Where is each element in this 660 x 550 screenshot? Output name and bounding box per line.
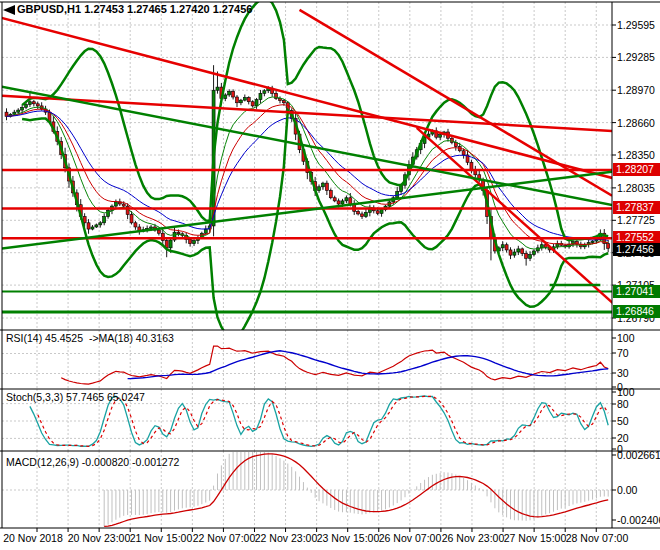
time-tick: 26 Nov 23:00 <box>442 532 504 544</box>
candle-body <box>357 211 360 214</box>
candle-body <box>177 232 180 234</box>
candle-body <box>17 110 20 112</box>
candle-body <box>99 223 102 225</box>
candle-body <box>532 251 535 255</box>
cursor-arrow-icon <box>3 5 15 15</box>
rsi-axis-tick: 30 <box>617 367 629 379</box>
price-tick: 1.28660 <box>617 117 655 129</box>
current-price-badge: 1.27456 <box>613 243 660 256</box>
candle-body <box>21 107 24 110</box>
candle-body <box>525 254 528 259</box>
stoch-axis-tick: 100 <box>617 386 635 398</box>
candle-body <box>470 162 473 169</box>
candle-body <box>251 102 254 106</box>
candle-body <box>341 201 344 204</box>
price-tick: 1.29285 <box>617 51 655 63</box>
candle-body <box>232 91 235 97</box>
candle-body <box>462 151 465 155</box>
candle-body <box>150 227 153 228</box>
candle-body <box>513 252 516 255</box>
time-tick: 22 Nov 07:00 <box>193 532 255 544</box>
candle-body <box>529 255 532 259</box>
price-tick: 1.29595 <box>617 19 655 31</box>
stoch-axis-tick: 50 <box>617 415 629 427</box>
candle-body <box>505 245 508 250</box>
candle-body <box>321 183 324 187</box>
candle-body <box>204 229 207 233</box>
rsi-value-label: RSI(14) 45.4525 <box>6 332 83 344</box>
candle-body <box>361 214 364 217</box>
stoch-label: Stoch(5,3,3) 57.7465 65.0247 <box>6 391 145 403</box>
time-tick: 26 Nov 07:00 <box>379 532 441 544</box>
candle-body <box>91 227 94 229</box>
candle-body <box>439 135 442 138</box>
price-tick: 1.27725 <box>617 214 655 226</box>
candle-body <box>224 95 227 99</box>
candle-body <box>517 249 520 252</box>
candle-body <box>380 210 383 214</box>
candle-body <box>278 99 281 101</box>
candle-body <box>95 225 98 227</box>
time-tick: 22 Nov 23:00 <box>255 532 317 544</box>
macd-axis-tick: 0.00 <box>617 484 637 496</box>
candle-body <box>216 87 219 90</box>
candle-body <box>318 187 321 191</box>
candle-body <box>32 102 35 104</box>
candle-body <box>364 212 367 216</box>
rsi-label: RSI(14) 45.4525 ->MA(18) 40.3163 <box>6 332 174 344</box>
time-tick: 21 Nov 15:00 <box>130 532 192 544</box>
candle-body <box>114 202 117 206</box>
candle-body <box>189 240 192 244</box>
resistance-badge: 1.27837 <box>613 201 660 214</box>
candle-body <box>333 198 336 201</box>
candle-body <box>243 98 246 101</box>
candle-body <box>591 241 594 243</box>
macd-label: MACD(12,26,9) -0.000820 -0.001272 <box>6 456 179 468</box>
chart-title: GBPUSD,H1 1.27453 1.27465 1.27420 1.2745… <box>17 3 252 15</box>
candle-body <box>282 101 285 103</box>
candle-body <box>247 98 250 102</box>
candle-body <box>501 245 504 248</box>
price-tick: 1.28970 <box>617 84 655 96</box>
candle-body <box>28 102 31 105</box>
candle-body <box>509 250 512 255</box>
macd-axis-tick: 0.002661 <box>617 449 660 461</box>
rsi-axis-tick: 70 <box>617 347 629 359</box>
candle-body <box>521 249 524 254</box>
time-tick: 27 Nov 15:00 <box>504 532 566 544</box>
candle-body <box>607 244 610 249</box>
rsi-axis-tick: 100 <box>617 332 635 344</box>
candle-body <box>134 223 137 227</box>
candle-body <box>157 230 160 233</box>
time-tick: 20 Nov 23:00 <box>68 532 130 544</box>
candle-body <box>236 97 239 103</box>
time-tick: 20 Nov 2018 <box>3 532 63 544</box>
candle-body <box>103 217 106 223</box>
candle-body <box>169 240 172 248</box>
candle-body <box>122 204 125 206</box>
time-tick: 23 Nov 15:00 <box>317 532 379 544</box>
price-tick: 1.28350 <box>617 149 655 161</box>
support-badge: 1.27041 <box>613 285 660 298</box>
candle-body <box>255 100 258 106</box>
candle-body <box>259 93 262 99</box>
candle-body <box>329 190 332 197</box>
stoch-axis-tick: 80 <box>617 398 629 410</box>
resistance-badge: 1.28207 <box>613 163 660 176</box>
candle-body <box>263 91 266 94</box>
candle-body <box>13 112 16 114</box>
candle-body <box>107 210 110 216</box>
price-tick: 1.28035 <box>617 182 655 194</box>
candle-body <box>25 105 28 108</box>
candle-body <box>87 223 90 229</box>
chart-window: GBPUSD,H1 1.27453 1.27465 1.27420 1.2745… <box>0 0 660 550</box>
candle-body <box>337 201 340 204</box>
candle-body <box>228 91 231 95</box>
candle-body <box>239 100 242 103</box>
macd-axis-tick: -0.002406 <box>617 514 660 526</box>
candle-body <box>376 211 379 214</box>
rsi-ma-value-label: ->MA(18) 40.3163 <box>89 332 174 344</box>
candle-body <box>36 104 39 106</box>
candle-body <box>345 198 348 201</box>
candle-body <box>130 214 133 222</box>
